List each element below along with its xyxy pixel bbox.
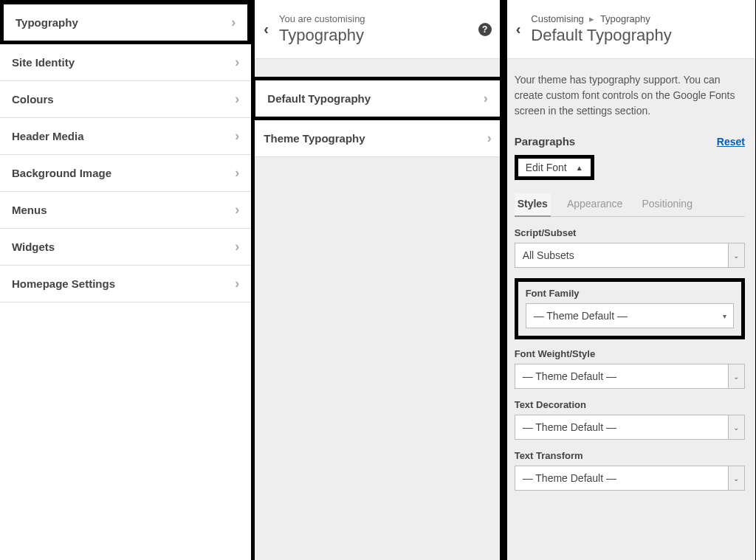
chevron-down-icon: ⌄ bbox=[728, 415, 744, 439]
divider bbox=[504, 0, 507, 560]
chevron-right-icon: › bbox=[235, 239, 239, 255]
tabs: Styles Appearance Positioning bbox=[515, 193, 745, 217]
chevron-down-icon: ⌄ bbox=[728, 466, 744, 490]
edit-font-toggle[interactable]: Edit Font ▲ bbox=[515, 155, 594, 180]
field-script-subset: Script/Subset All Subsets ⌄ bbox=[515, 227, 745, 268]
nav-item-label: Theme Typography bbox=[264, 132, 365, 145]
chevron-down-icon: ⌄ bbox=[728, 243, 744, 267]
select-value: All Subsets bbox=[515, 249, 728, 261]
breadcrumb: Customising ▸ Typography bbox=[531, 13, 743, 24]
field-label: Text Transform bbox=[515, 450, 745, 461]
help-icon[interactable]: ? bbox=[478, 23, 492, 36]
panel-headings: You are customising Typography bbox=[279, 13, 478, 45]
chevron-right-icon: › bbox=[235, 91, 239, 107]
chevron-right-icon: › bbox=[235, 202, 239, 218]
chevron-right-icon: › bbox=[487, 131, 492, 146]
chevron-right-icon: › bbox=[231, 15, 236, 30]
nav-item-label: Header Media bbox=[12, 130, 84, 142]
field-label: Text Decoration bbox=[515, 399, 745, 410]
chevron-right-icon: › bbox=[235, 55, 239, 70]
nav-item-label: Homepage Settings bbox=[12, 277, 115, 290]
caret-up-icon: ▲ bbox=[576, 164, 583, 172]
chevron-right-icon: › bbox=[235, 128, 239, 144]
reset-link[interactable]: Reset bbox=[717, 136, 745, 148]
divider bbox=[500, 0, 504, 560]
nav-item-label: Default Typography bbox=[267, 92, 371, 105]
nav-item-colours[interactable]: Colours › bbox=[0, 81, 251, 118]
text-decoration-select[interactable]: — Theme Default — ⌄ bbox=[515, 415, 745, 440]
select-value: — Theme Default — bbox=[526, 310, 717, 322]
select-value: — Theme Default — bbox=[515, 421, 728, 433]
text-transform-select[interactable]: — Theme Default — ⌄ bbox=[515, 466, 745, 491]
tab-appearance[interactable]: Appearance bbox=[564, 193, 626, 216]
panel-description: Your theme has typography support. You c… bbox=[515, 72, 745, 119]
section-label: Paragraphs bbox=[515, 135, 576, 148]
field-font-family: Font Family — Theme Default — ▾ bbox=[515, 278, 745, 339]
panel-subhead: You are customising bbox=[279, 13, 478, 24]
nav-item-homepage-settings[interactable]: Homepage Settings › bbox=[0, 266, 251, 303]
nav-item-site-identity[interactable]: Site Identity › bbox=[0, 44, 251, 81]
tab-styles[interactable]: Styles bbox=[515, 193, 551, 217]
field-font-weight: Font Weight/Style — Theme Default — ⌄ bbox=[515, 348, 745, 389]
panel-header: ‹ You are customising Typography ? bbox=[252, 0, 503, 59]
section-header: Paragraphs Reset bbox=[515, 135, 745, 148]
nav-item-menus[interactable]: Menus › bbox=[0, 192, 251, 229]
panel-header: ‹ Customising ▸ Typography Default Typog… bbox=[504, 0, 755, 59]
panel-body: Your theme has typography support. You c… bbox=[504, 59, 755, 491]
divider bbox=[252, 0, 255, 560]
script-subset-select[interactable]: All Subsets ⌄ bbox=[515, 243, 745, 268]
panel-title: Default Typography bbox=[531, 26, 743, 45]
nav-item-background-image[interactable]: Background Image › bbox=[0, 155, 251, 192]
field-label: Font Family bbox=[526, 288, 734, 299]
tab-positioning[interactable]: Positioning bbox=[639, 193, 695, 216]
nav-item-label: Widgets bbox=[12, 241, 55, 253]
nav-item-label: Typography bbox=[16, 16, 78, 29]
font-weight-select[interactable]: — Theme Default — ⌄ bbox=[515, 364, 745, 389]
field-label: Script/Subset bbox=[515, 227, 745, 238]
nav-item-header-media[interactable]: Header Media › bbox=[0, 118, 251, 155]
caret-down-icon: ▾ bbox=[717, 304, 733, 328]
panel-headings: Customising ▸ Typography Default Typogra… bbox=[531, 13, 743, 45]
select-value: — Theme Default — bbox=[515, 472, 728, 484]
breadcrumb-separator-icon: ▸ bbox=[589, 13, 594, 24]
nav-item-label: Site Identity bbox=[12, 56, 75, 69]
customizer-default-typography-panel: ‹ Customising ▸ Typography Default Typog… bbox=[504, 0, 756, 560]
breadcrumb-part: Typography bbox=[600, 13, 650, 24]
customizer-root-panel: Typography › Site Identity › Colours › H… bbox=[0, 0, 252, 560]
field-text-transform: Text Transform — Theme Default — ⌄ bbox=[515, 450, 745, 491]
panel-title: Typography bbox=[279, 26, 478, 45]
font-family-select[interactable]: — Theme Default — ▾ bbox=[526, 303, 734, 328]
field-text-decoration: Text Decoration — Theme Default — ⌄ bbox=[515, 399, 745, 440]
nav-item-typography[interactable]: Typography › bbox=[0, 0, 251, 44]
nav-item-label: Colours bbox=[12, 93, 54, 106]
nav-item-label: Background Image bbox=[12, 167, 111, 179]
chevron-right-icon: › bbox=[235, 165, 239, 181]
field-label: Font Weight/Style bbox=[515, 348, 745, 359]
nav-item-default-typography[interactable]: Default Typography › bbox=[252, 77, 503, 120]
chevron-right-icon: › bbox=[484, 91, 488, 106]
select-value: — Theme Default — bbox=[515, 370, 728, 382]
back-button[interactable]: ‹ bbox=[264, 21, 279, 38]
chevron-right-icon: › bbox=[235, 276, 239, 291]
chevron-down-icon: ⌄ bbox=[728, 364, 744, 388]
spacer bbox=[252, 59, 503, 77]
breadcrumb-part: Customising bbox=[531, 13, 584, 24]
edit-font-label: Edit Font bbox=[526, 162, 567, 173]
back-button[interactable]: ‹ bbox=[516, 21, 532, 38]
nav-item-widgets[interactable]: Widgets › bbox=[0, 229, 251, 266]
customizer-typography-panel: ‹ You are customising Typography ? Defau… bbox=[252, 0, 504, 560]
nav-item-label: Menus bbox=[12, 204, 47, 216]
nav-item-theme-typography[interactable]: Theme Typography › bbox=[252, 120, 503, 157]
